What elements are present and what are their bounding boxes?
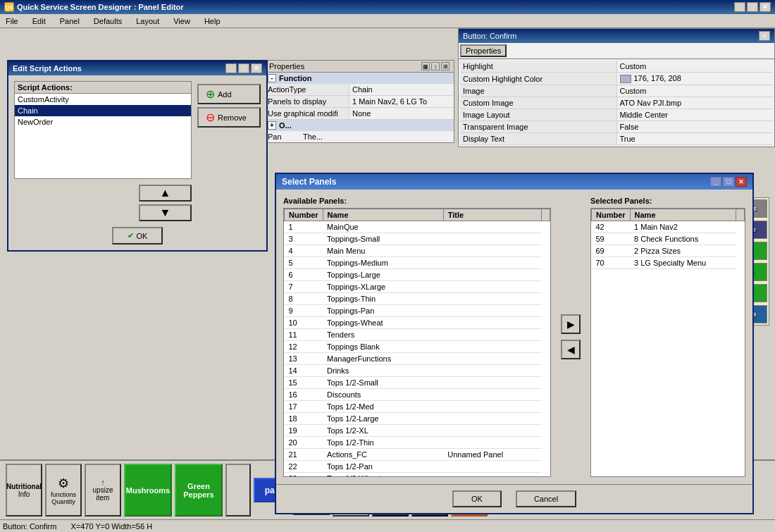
select-panels-title: Select Panels _ □ ✕ xyxy=(276,174,752,190)
table-row[interactable]: 20Tops 1/2-Thin xyxy=(285,437,550,449)
toolbar-nutritional-info[interactable]: Nutritional Info xyxy=(6,464,42,516)
app-icon: QS xyxy=(4,2,14,12)
small-props-toolbar-icon2[interactable]: ↕ xyxy=(431,62,440,70)
collapse-other[interactable]: + xyxy=(268,121,276,130)
bg-props-close[interactable]: ✕ xyxy=(759,31,770,41)
table-row[interactable]: 11Tenders xyxy=(285,329,550,341)
minimize-button[interactable]: _ xyxy=(734,2,745,12)
arrow-buttons: ▶ ◀ xyxy=(558,197,583,477)
table-row[interactable]: 12Toppings Blank xyxy=(285,341,550,353)
table-row[interactable]: 1MainQue xyxy=(285,221,550,233)
menu-defaults[interactable]: Defaults xyxy=(91,16,125,26)
table-row[interactable]: 3Toppings-Small xyxy=(285,233,550,245)
table-row[interactable]: 15Tops 1/2-Small xyxy=(285,377,550,389)
available-label: Available Panels: xyxy=(283,197,551,205)
move-up-button[interactable]: ▲ xyxy=(139,185,192,202)
table-row[interactable]: 7Toppings-XLarge xyxy=(285,281,550,293)
select-panels-minimize[interactable]: _ xyxy=(710,177,721,187)
menu-file[interactable]: File xyxy=(3,16,21,26)
script-list-item[interactable]: Chain xyxy=(15,105,191,116)
menu-help[interactable]: Help xyxy=(202,16,223,26)
table-row[interactable]: 421 Main Nav2 xyxy=(592,221,745,233)
table-row[interactable]: 18Tops 1/2-Large xyxy=(285,413,550,425)
available-panels-section: Available Panels: Number Name Title xyxy=(283,197,551,477)
menu-view[interactable]: View xyxy=(170,16,193,26)
table-row[interactable]: 5Toppings-Medium xyxy=(285,257,550,269)
selected-panels-section: Selected Panels: Number Name 421 M xyxy=(590,197,745,477)
col-name: Name xyxy=(323,209,443,221)
table-row[interactable]: 10Toppings-Wheat xyxy=(285,317,550,329)
bg-properties-title: Button: Confirm xyxy=(463,32,516,40)
main-area: Button: Confirm ✕ Properties HighlightCu… xyxy=(0,28,775,532)
table-row[interactable]: 13ManagerFunctions xyxy=(285,353,550,365)
table-row[interactable]: 17Tops 1/2-Med xyxy=(285,401,550,413)
toolbar-functions-quantity[interactable]: ⚙ functions Quantity xyxy=(45,464,82,516)
status-button-label: Button: Confirm xyxy=(3,522,56,531)
small-props-toolbar-icon3[interactable]: ⊞ xyxy=(441,62,450,70)
table-row[interactable]: 23Tops 1/2-Wheat xyxy=(285,473,550,477)
table-row[interactable]: 22Tops 1/2-Pan xyxy=(285,461,550,473)
edit-script-maximize[interactable]: □ xyxy=(238,63,249,73)
script-list: CustomActivityChainNewOrder xyxy=(15,94,191,178)
maximize-button[interactable]: □ xyxy=(747,2,758,12)
move-down-button[interactable]: ▼ xyxy=(139,204,192,221)
menu-edit[interactable]: Edit xyxy=(30,16,49,26)
script-list-item[interactable]: CustomActivity xyxy=(15,94,191,105)
table-row[interactable]: 21Actions_FCUnnamed Panel xyxy=(285,449,550,461)
arrow-left-button[interactable]: ◀ xyxy=(561,340,581,359)
bg-properties-panel: Button: Confirm ✕ Properties HighlightCu… xyxy=(458,28,775,147)
edit-script-dialog: Edit Script Actions _ □ ✕ Script Actions… xyxy=(7,60,268,252)
edit-script-minimize[interactable]: _ xyxy=(225,63,237,73)
table-row[interactable]: 6Toppings-Large xyxy=(285,269,550,281)
selected-label: Selected Panels: xyxy=(590,197,745,205)
menu-bar: File Edit Panel Defaults Layout View Hel… xyxy=(0,14,775,28)
edit-script-close[interactable]: ✕ xyxy=(251,63,262,73)
table-row[interactable]: 19Tops 1/2-XL xyxy=(285,425,550,437)
menu-layout[interactable]: Layout xyxy=(133,16,162,26)
panels-ok-button[interactable]: OK xyxy=(452,490,502,507)
table-row[interactable]: 4Main Menu xyxy=(285,245,550,257)
add-button[interactable]: ⊕ Add xyxy=(197,84,261,104)
arrow-right-button[interactable]: ▶ xyxy=(561,314,581,334)
toolbar-green-peppers[interactable]: Green Peppers xyxy=(175,464,223,516)
script-actions-label: Script Actions: xyxy=(15,82,191,94)
col-title: Title xyxy=(443,209,541,221)
ok-button[interactable]: ✔ OK xyxy=(112,227,163,245)
sel-col-number: Number xyxy=(592,209,631,221)
table-row[interactable]: 9Toppings-Pan xyxy=(285,305,550,317)
col-number: Number xyxy=(285,209,323,221)
panels-cancel-button[interactable]: Cancel xyxy=(516,490,576,507)
table-row[interactable]: 8Toppings-Thin xyxy=(285,293,550,305)
toolbar-extra-btn[interactable] xyxy=(225,464,251,516)
close-button[interactable]: ✕ xyxy=(760,2,771,12)
toolbar-mushrooms[interactable]: Mushrooms xyxy=(124,464,172,516)
table-row[interactable]: 598 Check Functions xyxy=(592,233,745,245)
toolbar-upsize-item[interactable]: ↑ upsize item xyxy=(85,464,121,516)
table-row[interactable]: 14Drinks xyxy=(285,365,550,377)
remove-button[interactable]: ⊖ Remove xyxy=(197,107,261,128)
status-bar: Button: Confirm X=470 Y=0 Width=56 H xyxy=(0,519,775,532)
select-panels-dialog: Select Panels _ □ ✕ Available Panels: Nu… xyxy=(275,173,754,514)
small-props-title: Properties ▦ ↕ ⊞ xyxy=(265,61,454,73)
menu-panel[interactable]: Panel xyxy=(57,16,82,26)
select-panels-maximize[interactable]: □ xyxy=(723,177,734,187)
small-props-toolbar-icon1[interactable]: ▦ xyxy=(421,62,430,70)
properties-grid: HighlightCustomCustom Highlight Color176… xyxy=(460,61,773,145)
dialog-footer: OK Cancel xyxy=(276,484,752,513)
title-bar: QS Quick Service Screen Designer : Panel… xyxy=(0,0,775,14)
table-row[interactable]: 692 Pizza Sizes xyxy=(592,245,745,257)
table-row[interactable]: 16Discounts xyxy=(285,389,550,401)
table-row[interactable]: 703 LG Specialty Menu xyxy=(592,257,745,269)
select-panels-close[interactable]: ✕ xyxy=(736,177,747,187)
small-props-rows: ActionTypeChainPanels to display1 Main N… xyxy=(265,84,454,120)
sel-col-name: Name xyxy=(630,209,736,221)
app-title: Quick Service Screen Designer : Panel Ed… xyxy=(17,3,184,11)
available-panels-table: Number Name Title 1MainQue3Toppings-Smal… xyxy=(284,209,550,476)
small-properties-dialog: Properties ▦ ↕ ⊞ - Function ActionTypeCh… xyxy=(264,60,454,143)
status-coordinates: X=470 Y=0 Width=56 H xyxy=(70,522,152,531)
edit-script-title: Edit Script Actions _ □ ✕ xyxy=(8,61,266,75)
selected-panels-table: Number Name 421 Main Nav2598 Check Funct… xyxy=(591,209,745,269)
script-list-item[interactable]: NewOrder xyxy=(15,116,191,128)
collapse-function[interactable]: - xyxy=(268,74,276,82)
bg-properties-tab[interactable]: Properties xyxy=(460,44,507,57)
